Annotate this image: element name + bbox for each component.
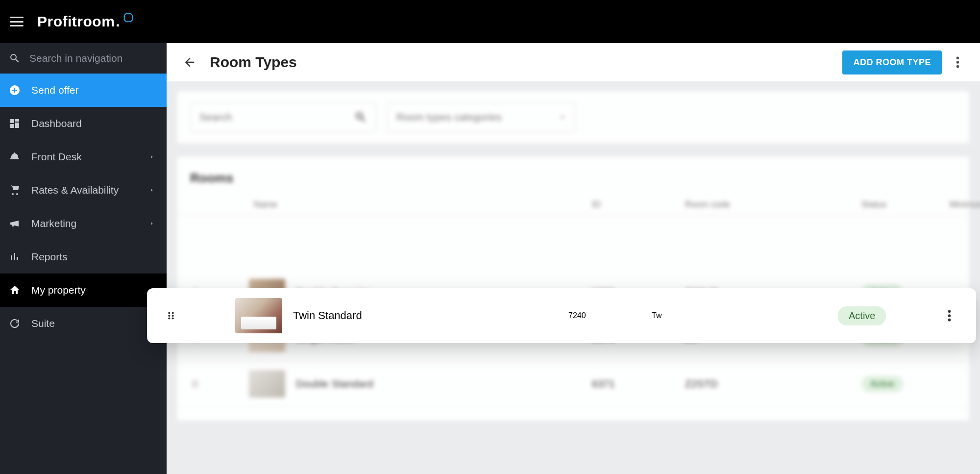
page-title: Room Types (210, 54, 297, 71)
drag-handle-icon[interactable] (166, 310, 235, 321)
col-room-code: Room code (685, 200, 861, 210)
row-room-code: Tw (652, 311, 838, 320)
svg-point-24 (193, 383, 194, 384)
row-menu-button[interactable] (932, 309, 966, 322)
svg-point-1 (956, 57, 959, 60)
search-icon (354, 111, 367, 124)
chevron-right-icon (146, 154, 158, 160)
svg-point-38 (948, 314, 951, 317)
refresh-icon (9, 318, 21, 329)
col-status: Status (861, 200, 950, 210)
sidebar-item-my-property[interactable]: My property (0, 274, 167, 307)
brand-mark-icon (123, 12, 134, 23)
sidebar-item-label: Marketing (31, 218, 76, 229)
filters-card: Search Room types categories (177, 91, 969, 143)
svg-point-27 (196, 385, 197, 387)
page-menu-button[interactable] (949, 53, 966, 71)
hamburger-menu-button[interactable] (10, 17, 24, 26)
sidebar-item-label: Front Desk (31, 151, 82, 163)
sidebar-item-send-offer[interactable]: Send offer (0, 74, 167, 107)
search-placeholder: Search (199, 111, 232, 123)
chevron-down-icon (559, 113, 566, 121)
dragging-row[interactable]: Twin Standard 7240 Tw Active (147, 288, 976, 343)
col-name: Name (249, 200, 592, 210)
table-title: Rooms (177, 166, 969, 195)
svg-point-25 (196, 383, 197, 384)
main: Room Types ADD ROOM TYPE Search (167, 43, 980, 474)
search-field[interactable]: Search (190, 102, 376, 132)
svg-point-23 (196, 380, 197, 382)
svg-point-26 (193, 385, 194, 387)
status-badge: Active (838, 306, 886, 325)
plus-circle-icon (9, 84, 21, 96)
sidebar-item-suite[interactable]: Suite (0, 307, 167, 340)
row-room-code: Z2STD (685, 378, 861, 390)
bell-icon (9, 151, 21, 163)
row-id: 6371 (592, 378, 685, 390)
row-name: Twin Standard (293, 309, 362, 322)
blurred-background: Search Room types categories (167, 91, 980, 421)
svg-point-2 (956, 61, 959, 64)
brand-logo: Profitroom . (37, 13, 134, 30)
table-row[interactable]: Double Standard 6371 Z2STD Active (177, 361, 969, 407)
sidebar-item-front-desk[interactable]: Front Desk (0, 140, 167, 174)
bar-chart-icon (9, 251, 21, 263)
sidebar-item-reports[interactable]: Reports (0, 240, 167, 274)
page-header: Room Types ADD ROOM TYPE (167, 43, 980, 81)
topbar: Profitroom . (0, 0, 980, 43)
home-icon (9, 284, 21, 296)
row-id: 7240 (568, 311, 652, 320)
row-name: Double Standard (296, 378, 373, 390)
cart-icon (9, 184, 21, 196)
chevron-right-icon (146, 221, 158, 226)
sidebar-item-rates-availability[interactable]: Rates & Availability (0, 174, 167, 207)
svg-point-3 (956, 65, 959, 68)
nav-search-input[interactable] (29, 52, 158, 64)
drag-handle-icon[interactable] (190, 379, 249, 389)
name-cell: Twin Standard (235, 298, 568, 333)
room-thumbnail (235, 298, 282, 333)
svg-point-39 (948, 319, 951, 322)
sidebar-item-label: Send offer (31, 84, 79, 96)
chevron-right-icon (146, 187, 158, 193)
name-cell: Double Standard (249, 370, 592, 398)
svg-point-31 (168, 312, 170, 314)
sidebar-item-dashboard[interactable]: Dashboard (0, 107, 167, 140)
back-button[interactable] (180, 53, 199, 72)
status-badge: Active (861, 376, 903, 392)
category-select[interactable]: Room types categories (387, 102, 576, 132)
app: Profitroom . Send offer (0, 0, 980, 474)
sidebar-item-label: Dashboard (31, 118, 82, 129)
sidebar-item-label: Rates & Availability (31, 184, 119, 196)
svg-point-35 (168, 317, 170, 319)
svg-point-32 (172, 312, 174, 314)
megaphone-icon (9, 218, 21, 229)
sidebar-item-marketing[interactable]: Marketing (0, 207, 167, 240)
svg-point-22 (193, 380, 194, 382)
sidebar-item-label: Reports (31, 251, 68, 263)
nav-search[interactable] (0, 43, 167, 74)
svg-point-34 (172, 315, 174, 317)
search-icon (9, 52, 21, 64)
table-header: Name ID Room code Status Minimum price (177, 195, 969, 215)
layout-row: Send offer Dashboard Front Desk (0, 43, 980, 474)
col-id: ID (592, 200, 685, 210)
add-room-type-button[interactable]: ADD ROOM TYPE (842, 50, 942, 75)
category-placeholder: Room types categories (396, 111, 502, 123)
brand-name: Profitroom (37, 13, 115, 30)
sidebar-item-label: Suite (31, 318, 55, 329)
room-thumbnail (249, 370, 285, 398)
sidebar-item-label: My property (31, 284, 86, 296)
dashboard-icon (9, 118, 21, 129)
svg-point-36 (172, 317, 174, 319)
content: Search Room types categories (167, 81, 980, 474)
col-min-price: Minimum price (950, 200, 980, 210)
page-actions: ADD ROOM TYPE (842, 50, 966, 75)
sidebar: Send offer Dashboard Front Desk (0, 43, 167, 474)
svg-point-37 (948, 310, 951, 313)
svg-point-33 (168, 315, 170, 317)
